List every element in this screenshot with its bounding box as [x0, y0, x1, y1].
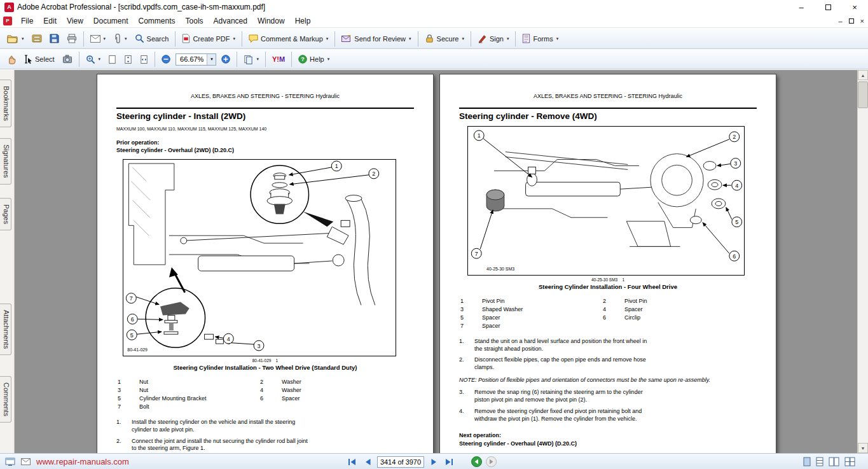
email-status-icon[interactable] — [21, 458, 31, 465]
two-up-mode-icon[interactable] — [829, 457, 839, 466]
menu-comments[interactable]: Comments — [134, 15, 181, 27]
previous-view-button[interactable] — [471, 456, 482, 467]
prior-operation-block: Prior operation: Steering cylinder - Ove… — [116, 139, 414, 154]
scroll-up-button[interactable]: ▲ — [858, 70, 868, 80]
callout-6: 6 — [127, 314, 137, 325]
actual-size-button[interactable] — [104, 51, 120, 67]
scroll-down-button[interactable]: ▼ — [858, 443, 868, 453]
email-button[interactable]: ▾ — [86, 31, 110, 47]
doc-minimize-button[interactable]: – — [838, 17, 842, 25]
yahoo-messenger-button[interactable]: Y!M — [268, 51, 289, 67]
menu-help[interactable]: Help — [290, 15, 316, 27]
sidebar-tab-attachments[interactable]: Attachments — [0, 304, 11, 355]
zoom-level-combobox[interactable]: 66.67% ▾ — [176, 53, 216, 66]
continuous-mode-icon[interactable] — [816, 457, 823, 466]
menu-view[interactable]: View — [62, 15, 88, 27]
menu-advanced[interactable]: Advanced — [209, 15, 252, 27]
navigation-tab-strip: Bookmarks Signatures Pages Attachments C… — [0, 70, 15, 453]
sidebar-tab-bookmarks[interactable]: Bookmarks — [0, 80, 11, 127]
first-page-button[interactable] — [347, 456, 358, 468]
doc-close-button[interactable]: × — [860, 17, 864, 25]
help-dropdown-arrow: ▾ — [327, 57, 330, 62]
email-icon — [90, 35, 100, 43]
fit-page-button[interactable] — [120, 51, 136, 67]
create-pdf-icon — [182, 34, 190, 43]
organizer-button[interactable] — [28, 31, 46, 47]
secure-button[interactable]: Secure ▾ — [421, 31, 468, 47]
zoom-in-button[interactable] — [217, 51, 234, 67]
repair-manuals-link[interactable]: www.repair-manuals.com — [36, 457, 129, 466]
figure-reference: 80-41-029 1 — [116, 358, 414, 363]
document-canvas[interactable]: AXLES, BRAKES AND STEERING - STEERING Hy… — [15, 70, 857, 453]
page-display-button[interactable]: ▾ — [240, 51, 263, 67]
acrobat-app-icon: A — [4, 3, 14, 12]
select-tool-button[interactable]: Select — [20, 51, 59, 67]
acrobat-window: A Adobe Acrobat Professional - [scribd.v… — [0, 0, 868, 469]
next-view-button[interactable] — [486, 456, 497, 467]
send-for-review-button[interactable]: Send for Review ▾ — [338, 31, 415, 47]
next-page-button[interactable] — [428, 456, 439, 468]
part-label: Nut — [139, 387, 260, 393]
sidebar-tab-signatures[interactable]: Signatures — [0, 138, 11, 185]
forms-button[interactable]: Forms ▾ — [518, 31, 562, 47]
zoom-out-button[interactable] — [158, 51, 174, 67]
open-dropdown-arrow: ▾ — [22, 36, 24, 41]
svg-text:4: 4 — [227, 336, 230, 342]
sidebar-tab-pages[interactable]: Pages — [0, 198, 11, 230]
note-text: NOTE: Position of flexible pipes and ori… — [459, 377, 757, 384]
toolbar-separator — [334, 31, 335, 46]
previous-page-button[interactable] — [362, 456, 373, 468]
menu-document[interactable]: Document — [88, 15, 134, 27]
step-1: 1.Stand the unit on a hard level surface… — [459, 338, 655, 353]
menu-edit[interactable]: Edit — [38, 15, 62, 27]
open-button[interactable]: ▾ — [3, 31, 28, 47]
forms-label: Forms — [533, 35, 553, 43]
next-page-icon — [431, 458, 437, 466]
menu-file[interactable]: File — [16, 15, 38, 27]
minimize-button[interactable]: – — [788, 0, 815, 14]
toolbar-separator — [155, 52, 155, 67]
zoom-in-icon — [221, 55, 230, 64]
restore-button[interactable] — [815, 0, 841, 14]
single-page-mode-icon[interactable] — [803, 457, 811, 466]
help-button[interactable]: ? Help ▾ — [294, 51, 333, 67]
zoom-combo-arrow[interactable]: ▾ — [207, 54, 216, 65]
callout-5: 5 — [732, 217, 742, 227]
print-button[interactable] — [63, 31, 81, 47]
search-button[interactable]: Search — [131, 31, 173, 47]
scrollbar-thumb[interactable] — [858, 81, 868, 108]
part-label: Bolt — [139, 403, 260, 410]
help-label: Help — [310, 55, 324, 63]
menu-tools[interactable]: Tools — [181, 15, 209, 27]
menu-window[interactable]: Window — [252, 15, 290, 27]
snapshot-button[interactable] — [59, 51, 76, 67]
part-label: Spacer — [482, 314, 603, 321]
callout-3: 3 — [731, 158, 741, 169]
svg-text:3: 3 — [258, 343, 261, 349]
page-number-field[interactable] — [377, 456, 424, 468]
attach-button[interactable]: ▾ — [109, 31, 131, 47]
zoom-tool-button[interactable]: ▾ — [82, 51, 105, 67]
main-area: Bookmarks Signatures Pages Attachments C… — [0, 70, 868, 453]
save-icon — [50, 34, 59, 43]
vertical-scrollbar[interactable]: ▲ ▼ — [857, 70, 868, 453]
create-pdf-button[interactable]: Create PDF ▾ — [178, 31, 239, 47]
two-up-continuous-mode-icon[interactable] — [844, 457, 855, 466]
search-button-label: Search — [147, 35, 169, 43]
page-running-header: AXLES, BRAKES AND STEERING - STEERING Hy… — [116, 74, 414, 99]
sidebar-tab-comments[interactable]: Comments — [0, 376, 11, 423]
close-button[interactable]: × — [841, 0, 868, 14]
hand-tool-button[interactable] — [3, 51, 20, 67]
fit-width-button[interactable] — [136, 51, 152, 67]
zoom-tool-icon — [86, 55, 95, 64]
comment-markup-button[interactable]: Comment & Markup ▾ — [245, 31, 332, 47]
save-button[interactable] — [46, 31, 63, 47]
part-num: 4 — [603, 306, 624, 312]
last-page-button[interactable] — [443, 456, 455, 468]
email-dropdown-arrow: ▾ — [104, 36, 106, 41]
sign-button[interactable]: Sign ▾ — [474, 31, 513, 47]
doc-restore-button[interactable] — [849, 18, 854, 24]
actual-size-icon — [108, 55, 116, 64]
document-window-controls: – × — [838, 17, 864, 25]
doc-status-icon[interactable] — [5, 458, 15, 466]
